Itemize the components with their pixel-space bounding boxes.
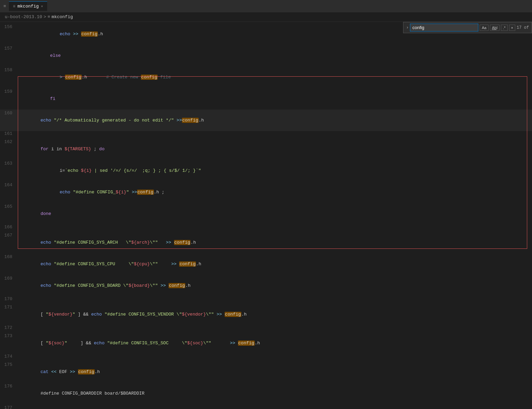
line-175: 175 cat << EOF >> config.h — [0, 361, 532, 383]
line-158: 158 > config.h# Create new config file — [0, 66, 532, 88]
line-173: 173 [ "${soc}" ] && echo "#define CONFIG… — [0, 332, 532, 354]
line-160: 160 echo "/* Automatically generated - d… — [0, 110, 532, 131]
line-163: 163 i=`echo ${i} | sed '/=/ {s/=/ ;q; } … — [0, 160, 532, 181]
line-166: 166 — [0, 225, 532, 232]
line-164: 164 echo "#define CONFIG_${i}" >>config.… — [0, 181, 532, 203]
line-162: 162 for i in ${TARGETS} ; do — [0, 138, 532, 160]
editor-tab[interactable]: ≡ mkconfig × — [9, 1, 47, 11]
line-169: 169 echo "#define CONFIG_SYS_BOARD \"${b… — [0, 275, 532, 296]
breadcrumb-separator: > — [43, 14, 46, 20]
title-bar: ≡ ≡ mkconfig × — [0, 0, 532, 12]
line-176: 176 #define CONFIG_BOARDDIR board/$BOARD… — [0, 383, 532, 404]
search-input[interactable] — [410, 24, 478, 31]
app-icon: ≡ — [3, 4, 6, 9]
search-close-button[interactable]: × — [509, 25, 515, 31]
line-165: 165 done — [0, 203, 532, 225]
breadcrumb: u-boot-2013.10 > ≡ mkconfig — [0, 12, 532, 22]
tab-close-button[interactable]: × — [41, 4, 43, 9]
breadcrumb-file-icon: ≡ — [48, 14, 50, 20]
line-177: 177 #include <config_cmd_defaults.h> — [0, 404, 532, 409]
line-168: 168 echo "#define CONFIG_SYS_CPU \"${cpu… — [0, 253, 532, 275]
line-170: 170 — [0, 296, 532, 304]
code-area: 156 echo >> config.h 157 else 158 > conf… — [0, 22, 532, 409]
regex-button[interactable]: .* — [501, 25, 507, 31]
line-157: 157 else — [0, 45, 532, 66]
breadcrumb-filename: mkconfig — [52, 14, 73, 20]
editor: 156 echo >> config.h 157 else 158 > conf… — [0, 22, 532, 409]
search-count: 17 of — [517, 25, 529, 30]
match-case-button[interactable]: Aa — [480, 25, 488, 31]
search-arrow-icon: › — [406, 25, 409, 30]
line-174: 174 — [0, 354, 532, 361]
line-161: 161 — [0, 131, 532, 138]
breadcrumb-parent[interactable]: u-boot-2013.10 — [5, 14, 42, 20]
tab-icon: ≡ — [13, 4, 15, 9]
line-167: 167 echo "#define CONFIG_SYS_ARCH \"${ar… — [0, 232, 532, 253]
tab-label: mkconfig — [17, 4, 39, 9]
line-172: 172 — [0, 325, 532, 332]
search-bar: › Aa AbI .* × 17 of — [403, 22, 532, 33]
line-171: 171 [ "${vendor}" ] && echo "#define CON… — [0, 304, 532, 325]
match-whole-word-button[interactable]: AbI — [490, 25, 500, 31]
line-159: 159 fi — [0, 88, 532, 110]
